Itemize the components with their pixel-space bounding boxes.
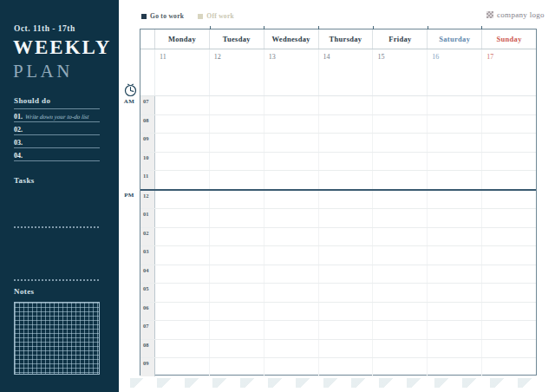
- calendar-cell[interactable]: [319, 303, 374, 321]
- date-cell-16[interactable]: 16: [428, 49, 482, 95]
- calendar-cell[interactable]: [482, 115, 536, 134]
- date-cell-17[interactable]: 17: [482, 49, 536, 95]
- calendar-cell[interactable]: [428, 153, 482, 171]
- calendar-cell[interactable]: [428, 340, 482, 358]
- calendar-cell[interactable]: [210, 321, 264, 339]
- calendar-cell[interactable]: [264, 228, 319, 246]
- calendar-cell[interactable]: [373, 209, 428, 227]
- calendar-cell[interactable]: [210, 209, 264, 227]
- calendar-cell[interactable]: [428, 284, 482, 302]
- calendar-cell[interactable]: [155, 115, 210, 134]
- should-do-item[interactable]: 02.: [14, 122, 100, 135]
- calendar-cell[interactable]: [319, 358, 374, 376]
- calendar-cell[interactable]: [264, 321, 319, 339]
- calendar-cell[interactable]: [373, 228, 428, 246]
- calendar-cell[interactable]: [264, 134, 319, 152]
- calendar-cell[interactable]: [373, 171, 428, 189]
- calendar-cell[interactable]: [482, 134, 536, 152]
- calendar-cell[interactable]: [155, 340, 210, 358]
- calendar-cell[interactable]: [482, 246, 536, 265]
- calendar-cell[interactable]: [428, 265, 482, 284]
- calendar-cell[interactable]: [428, 191, 482, 209]
- calendar-cell[interactable]: [482, 228, 536, 246]
- calendar-cell[interactable]: [319, 246, 374, 265]
- calendar-cell[interactable]: [319, 115, 374, 134]
- date-cell-14[interactable]: 14: [319, 49, 374, 95]
- calendar-cell[interactable]: [482, 209, 536, 227]
- calendar-cell[interactable]: [482, 303, 536, 321]
- calendar-cell[interactable]: [482, 96, 536, 114]
- calendar-cell[interactable]: [373, 115, 428, 134]
- date-cell-11[interactable]: 11: [155, 49, 210, 95]
- calendar-cell[interactable]: [155, 303, 210, 321]
- calendar-cell[interactable]: [155, 228, 210, 246]
- calendar-cell[interactable]: [428, 209, 482, 227]
- calendar-cell[interactable]: [373, 134, 428, 152]
- calendar-cell[interactable]: [319, 171, 374, 189]
- calendar-cell[interactable]: [264, 115, 319, 134]
- calendar-cell[interactable]: [264, 171, 319, 189]
- calendar-cell[interactable]: [210, 340, 264, 358]
- calendar-cell[interactable]: [155, 153, 210, 171]
- calendar-cell[interactable]: [264, 358, 319, 376]
- calendar-cell[interactable]: [155, 96, 210, 114]
- calendar-cell[interactable]: [319, 265, 374, 284]
- calendar-cell[interactable]: [155, 171, 210, 189]
- calendar-cell[interactable]: [373, 284, 428, 302]
- calendar-cell[interactable]: [210, 246, 264, 265]
- calendar-cell[interactable]: [319, 321, 374, 339]
- calendar-cell[interactable]: [373, 340, 428, 358]
- should-do-item[interactable]: 04.: [14, 148, 100, 161]
- calendar-cell[interactable]: [264, 340, 319, 358]
- calendar-cell[interactable]: [264, 191, 319, 209]
- calendar-cell[interactable]: [155, 134, 210, 152]
- calendar-cell[interactable]: [155, 191, 210, 209]
- should-do-item[interactable]: 01.Write down your to-do list: [14, 109, 100, 122]
- calendar-cell[interactable]: [373, 191, 428, 209]
- calendar-cell[interactable]: [319, 153, 374, 171]
- calendar-cell[interactable]: [428, 303, 482, 321]
- calendar-cell[interactable]: [373, 265, 428, 284]
- calendar-cell[interactable]: [210, 171, 264, 189]
- calendar-cell[interactable]: [482, 284, 536, 302]
- calendar-cell[interactable]: [155, 265, 210, 284]
- calendar-cell[interactable]: [428, 358, 482, 376]
- calendar-cell[interactable]: [264, 284, 319, 302]
- calendar-cell[interactable]: [373, 303, 428, 321]
- calendar-cell[interactable]: [428, 246, 482, 265]
- calendar-cell[interactable]: [210, 134, 264, 152]
- calendar-cell[interactable]: [373, 96, 428, 114]
- calendar-cell[interactable]: [210, 284, 264, 302]
- calendar-cell[interactable]: [482, 153, 536, 171]
- calendar-cell[interactable]: [482, 171, 536, 189]
- calendar-cell[interactable]: [373, 246, 428, 265]
- calendar-cell[interactable]: [264, 153, 319, 171]
- calendar-cell[interactable]: [155, 284, 210, 302]
- calendar-cell[interactable]: [428, 228, 482, 246]
- date-cell-12[interactable]: 12: [210, 49, 264, 95]
- calendar-cell[interactable]: [210, 303, 264, 321]
- calendar-cell[interactable]: [428, 321, 482, 339]
- calendar-cell[interactable]: [482, 265, 536, 284]
- calendar-cell[interactable]: [155, 246, 210, 265]
- calendar-cell[interactable]: [210, 96, 264, 114]
- calendar-cell[interactable]: [482, 321, 536, 339]
- calendar-cell[interactable]: [264, 96, 319, 114]
- calendar-cell[interactable]: [482, 358, 536, 376]
- calendar-cell[interactable]: [482, 340, 536, 358]
- calendar-cell[interactable]: [210, 265, 264, 284]
- notes-grid-area[interactable]: [14, 302, 100, 375]
- calendar-cell[interactable]: [264, 303, 319, 321]
- calendar-cell[interactable]: [264, 265, 319, 284]
- calendar-cell[interactable]: [373, 358, 428, 376]
- calendar-cell[interactable]: [319, 134, 374, 152]
- calendar-cell[interactable]: [155, 321, 210, 339]
- calendar-cell[interactable]: [264, 209, 319, 227]
- calendar-cell[interactable]: [428, 115, 482, 134]
- calendar-cell[interactable]: [210, 153, 264, 171]
- calendar-cell[interactable]: [319, 191, 374, 209]
- calendar-cell[interactable]: [264, 246, 319, 265]
- calendar-cell[interactable]: [482, 191, 536, 209]
- date-cell-15[interactable]: 15: [373, 49, 428, 95]
- calendar-cell[interactable]: [428, 96, 482, 114]
